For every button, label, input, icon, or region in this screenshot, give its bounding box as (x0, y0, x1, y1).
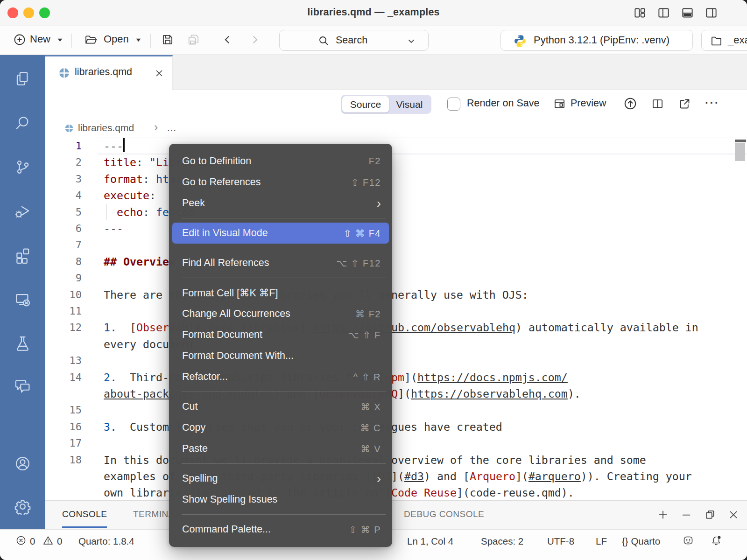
search-dropdown-chevron-icon[interactable] (407, 36, 416, 46)
tab-close-icon[interactable] (155, 69, 164, 78)
error-count[interactable]: 0 (30, 534, 35, 548)
source-mode-button[interactable]: Source (342, 96, 389, 112)
sessions-icon[interactable] (14, 291, 31, 308)
menu-item-change-all-occurrences[interactable]: Change All Occurrences⌘ F2 (169, 303, 392, 324)
bottom-panel: CONSOLETERMINALDEBUG CONSOLE (45, 500, 747, 529)
search-input[interactable]: Search (279, 30, 429, 51)
menu-item-format-cell-k-f[interactable]: Format Cell [⌘K ⌘F] (169, 282, 392, 303)
menu-item-label: Peek (182, 197, 377, 209)
menu-item-format-document-with[interactable]: Format Document With... (169, 345, 392, 366)
search-placeholder: Search (336, 35, 367, 46)
open-dropdown-caret-icon[interactable] (135, 38, 141, 42)
editor-scrollbar[interactable] (735, 143, 745, 161)
source-control-icon[interactable] (14, 158, 31, 175)
more-actions-icon[interactable]: ⋯ (704, 93, 719, 111)
editor-tabstrip: libraries.qmd (45, 55, 747, 90)
warning-count[interactable]: 0 (57, 534, 62, 548)
warnings-icon[interactable] (42, 535, 54, 546)
status-language-mode[interactable]: {} Quarto (622, 534, 660, 548)
panel-restore-icon[interactable] (704, 509, 716, 521)
breadcrumb-symbol-path[interactable]: … (167, 122, 176, 133)
menu-item-refactor[interactable]: Refactor...^ ⇧ R (169, 366, 392, 387)
open-folder-icon[interactable] (84, 33, 97, 46)
errors-icon[interactable] (15, 535, 27, 546)
menu-item-format-document[interactable]: Format Document⌥ ⇧ F (169, 324, 392, 345)
menu-item-shortcut: ⌥ ⇧ F12 (336, 258, 381, 269)
preview-button[interactable]: Preview (571, 98, 606, 109)
menu-item-paste[interactable]: Paste⌘ V (169, 438, 392, 459)
open-button[interactable]: Open (104, 33, 129, 45)
new-dropdown-caret-icon[interactable] (57, 38, 63, 42)
save-icon[interactable] (161, 33, 174, 46)
account-icon[interactable] (14, 455, 31, 472)
render-on-save-checkbox[interactable] (447, 98, 460, 111)
panel-minimize-icon[interactable] (680, 509, 692, 521)
python-logo-icon (513, 34, 527, 48)
breadcrumb-file[interactable]: libraries.qmd (78, 122, 134, 133)
testing-icon[interactable] (14, 335, 31, 352)
menu-item-shortcut: ⌘ X (361, 401, 381, 413)
toggle-panel-icon[interactable] (681, 7, 694, 19)
settings-icon[interactable] (14, 498, 31, 515)
panel-new-icon[interactable] (657, 509, 669, 521)
render-document-icon[interactable] (623, 97, 637, 111)
new-file-icon[interactable] (13, 33, 26, 46)
menu-item-go-to-definition[interactable]: Go to DefinitionF2 (169, 151, 392, 172)
menu-item-peek[interactable]: Peek› (169, 193, 392, 214)
menu-item-command-palette[interactable]: Command Palette...⇧ ⌘ P (169, 519, 392, 540)
menu-item-copy[interactable]: Copy⌘ C (169, 417, 392, 438)
customize-layout-icon[interactable] (634, 7, 646, 19)
extensions-icon[interactable] (14, 246, 31, 264)
menu-item-shortcut: ⇧ ⌘ F4 (344, 228, 381, 239)
menu-item-cut[interactable]: Cut⌘ X (169, 396, 392, 417)
menu-item-spelling[interactable]: Spelling› (169, 468, 392, 489)
toggle-sidebar-icon[interactable] (657, 7, 670, 19)
comments-icon[interactable] (14, 377, 31, 394)
menu-divider (182, 514, 386, 515)
line-number: 12 (49, 319, 82, 336)
editor-actions-header: Source Visual Render on Save Preview ⋯ (45, 90, 747, 119)
split-editor-icon[interactable] (651, 98, 664, 110)
quarto-version[interactable]: Quarto: 1.8.4 (78, 534, 134, 548)
render-on-save-label: Render on Save (467, 98, 539, 109)
interpreter-selector[interactable]: Python 3.12.1 (PipEnv: .venv) (500, 30, 693, 51)
status-cursor-position[interactable]: Ln 1, Col 4 (407, 534, 453, 548)
panel-tab-debug-console[interactable]: DEBUG CONSOLE (404, 509, 484, 520)
interpreter-label: Python 3.12.1 (PipEnv: .venv) (534, 34, 669, 46)
menu-item-go-to-references[interactable]: Go to References⇧ F12 (169, 172, 392, 193)
panel-close-icon[interactable] (727, 509, 740, 521)
line-number: 17 (49, 435, 82, 451)
feedback-smiley-icon[interactable] (683, 535, 694, 546)
new-button[interactable]: New (30, 33, 50, 45)
tab-label: libraries.qmd (75, 66, 132, 78)
workspace-folder-button[interactable]: _examples (701, 30, 747, 51)
run-debug-icon[interactable] (14, 202, 31, 219)
open-in-new-window-icon[interactable] (678, 98, 691, 110)
line-number: 4 (49, 187, 82, 203)
menu-item-edit-in-visual-mode[interactable]: Edit in Visual Mode⇧ ⌘ F4 (172, 223, 389, 244)
search-icon (318, 35, 329, 46)
status-indentation[interactable]: Spaces: 2 (481, 534, 523, 548)
navigate-forward-icon[interactable] (249, 33, 261, 46)
menu-item-find-all-references[interactable]: Find All References⌥ ⇧ F12 (169, 252, 392, 273)
panel-tab-console[interactable]: CONSOLE (62, 509, 107, 520)
line-number: 10 (49, 287, 82, 303)
visual-mode-button[interactable]: Visual (389, 96, 430, 112)
menu-item-label: Format Document With... (182, 350, 381, 362)
context-menu: Go to DefinitionF2Go to References⇧ F12P… (169, 144, 392, 547)
files-icon[interactable] (14, 70, 31, 87)
tab-libraries-qmd[interactable]: libraries.qmd (45, 55, 173, 90)
code-editor[interactable]: 1---2title: "Libraries"3format: html4exe… (45, 138, 747, 500)
notifications-bell-icon[interactable] (711, 535, 722, 546)
line-number: 15 (49, 402, 82, 418)
search-icon[interactable] (14, 114, 31, 132)
navigate-back-icon[interactable] (221, 33, 233, 46)
preview-icon[interactable] (553, 98, 566, 110)
status-encoding[interactable]: UTF-8 (547, 534, 574, 548)
menu-divider (182, 392, 386, 392)
submenu-chevron-icon: › (377, 474, 381, 483)
menu-item-show-spelling-issues[interactable]: Show Spelling Issues (169, 489, 392, 510)
status-eol-sequence[interactable]: LF (596, 534, 607, 548)
toggle-secondary-sidebar-icon[interactable] (705, 7, 718, 19)
menu-item-shortcut: ⇧ F12 (351, 177, 381, 188)
